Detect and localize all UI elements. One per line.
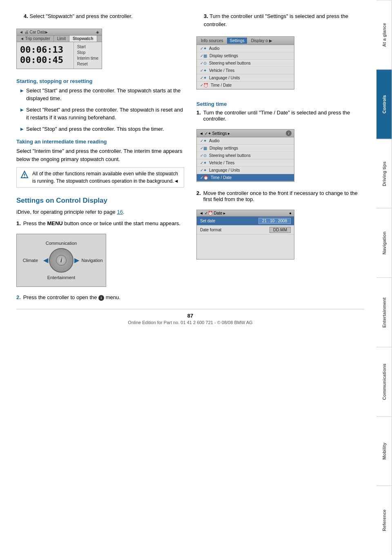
idrive-menu-screen: Communication Climate ◀ i [16,234,106,287]
bullet-stop: ▶ Select "Stop" and press the controller… [20,125,184,133]
sw-menu-start[interactable]: Start [77,45,98,49]
settings-item-display: ✓▦ Display settings [197,145,294,152]
step1-right-block: 1. Turn the controller until "Time / Dat… [196,110,364,122]
sidebar-tab-driving-tips[interactable]: Driving tips [376,139,392,208]
idrive-body: Communication Climate ◀ i [17,234,106,286]
date-screen-wrap: ◄ ✓⏰ Date ▸ ● Set date 21 . 10 . 2008 Da… [196,206,294,263]
idrive-center: ◀ i ▶ [49,248,74,273]
idrive-left-arrow: ◀ [43,256,48,264]
info-item-language: ✓✦ Language / Units [197,74,294,82]
stopwatch-time1: 00:06:13 [20,45,70,55]
settings-item-steering: ✓⊙ Steering wheel buttons [197,152,294,159]
starting-heading: Starting, stopping or resetting [16,78,184,84]
date-screen-empty [197,235,294,259]
idrive-page-link[interactable]: 16 [117,209,122,215]
info-screen-wrap: Info sources Settings Display o ▶ ✓✦ Aud… [196,33,294,93]
page-footer: 87 Online Edition for Part no. 01 41 2 6… [16,309,364,325]
sw-menu-interim[interactable]: Interim time [77,56,98,60]
sw-tab-limit[interactable]: Limit [54,36,69,42]
display-check-icon: ✓▦ [200,54,207,58]
time-check-icon: ✓⏰ [200,83,208,87]
step4-block: 4. Select "Stopwatch" and press the cont… [16,12,184,20]
two-column-layout: 4. Select "Stopwatch" and press the cont… [16,12,364,301]
step2-block: 2. Press the controller to open the i me… [16,294,184,301]
date-format-label: Date format [200,228,270,232]
settings-item-language: ✓✦ Language / Units [197,167,294,174]
stopwatch-tabs: ◄ Trip computer Limit Stopwatch [17,36,102,42]
triangle-icon-2: ▶ [20,107,24,113]
stopwatch-body: 00:06:13 00:00:45 Start Stop Interim tim… [17,42,102,69]
idrive-label-communication: Communication [44,238,78,248]
info-header: Info sources Settings Display o ▶ [197,37,294,45]
step2-right-block: 2. Move the controller once to the front… [196,190,364,202]
info-item-steering: ✓⊙ Steering wheel buttons [197,60,294,67]
sw-menu-stop[interactable]: Stop [77,50,98,55]
date-set-value: 21 . 10 . 2008 [258,218,291,224]
i-menu-icon: i [98,295,104,301]
note-box: All of the other functions remain availa… [16,167,184,188]
settings-item-vehicle: ✓✦ Vehicle / Tires [197,159,294,167]
settings-body: ✓✦ Audio ✓▦ Display settings ✓⊙ Steering… [197,137,294,181]
info-item-audio: ✓✦ Audio [197,45,294,52]
info-tab-display[interactable]: Display o ▶ [249,38,275,44]
step2-right-number: 2. [196,190,201,196]
step2-text: Press the controller to open the i menu. [23,294,120,301]
info-screen: Info sources Settings Display o ▶ ✓✦ Aud… [196,36,294,90]
date-header: ◄ ✓⏰ Date ▸ ● [197,210,294,217]
s-steering-icon: ✓⊙ [200,153,207,158]
sidebar-tab-mobility[interactable]: Mobility [376,416,392,486]
svg-point-2 [24,177,25,177]
date-screen: ◄ ✓⏰ Date ▸ ● Set date 21 . 10 . 2008 Da… [196,210,294,260]
s-language-icon: ✓✦ [200,168,207,172]
info-tab-sources[interactable]: Info sources [198,38,225,44]
left-column: 4. Select "Stopwatch" and press the cont… [16,12,184,301]
sidebar-tab-navigation[interactable]: Navigation [376,208,392,278]
right-column: 3. Turn the controller until "Settings" … [196,12,364,301]
sw-tab-trip[interactable]: ◄ Trip computer [17,36,54,42]
step3-number: 3. [204,13,208,19]
idrive-screen-wrap: Communication Climate ◀ i [16,231,106,290]
s-audio-icon: ✓✦ [200,139,207,143]
step1-right-number: 1. [196,110,201,116]
sw-tab-stopwatch[interactable]: Stopwatch [69,36,97,42]
sidebar-tab-controls[interactable]: Controls [376,69,392,139]
info-item-display: ✓▦ Display settings [197,52,294,60]
info-body: ✓✦ Audio ✓▦ Display settings ✓⊙ Steering… [197,45,294,89]
interim-heading: Taking an intermediate time reading [16,139,184,145]
settings-item-time[interactable]: ✓⏰ Time / Date [197,174,294,181]
idrive-right-arrow: ▶ [74,256,79,264]
bullet-start: ▶ Select "Start" and press the controlle… [20,87,184,103]
sidebar-tab-communications[interactable]: Communications [376,347,392,416]
interim-text: Select "Interim time" and press the cont… [16,147,184,163]
idrive-label-navigation: Navigation [80,255,105,265]
note-triangle-icon [20,170,29,179]
stopwatch-times: 00:06:13 00:00:45 [17,42,74,69]
triangle-icon-1: ▶ [20,87,24,94]
date-row-format[interactable]: Date format DD.MM [197,226,294,235]
step1-text: Press the MENU button once or twice unti… [23,220,180,226]
idrive-wheel[interactable]: i [49,248,74,273]
step2-number: 2. [16,294,21,300]
date-row-set[interactable]: Set date 21 . 10 . 2008 [197,217,294,226]
info-tab-settings[interactable]: Settings [227,38,247,44]
bullet-start-text: Select "Start" and press the controller.… [26,87,184,103]
setting-time-heading: Setting time [196,101,364,107]
sw-header-right: ◈ [96,30,99,34]
stopwatch-screen-wrap: ◄ 🖨 Car Data▸ ◈ ◄ Trip computer Limit St… [16,25,102,72]
sw-menu-reset[interactable]: Reset [77,62,98,66]
sidebar: At a glance Controls Driving tips Naviga… [376,0,392,555]
page-number: 87 [16,313,364,319]
sidebar-tab-reference[interactable]: Reference [376,486,392,555]
info-item-time: ✓⏰ Time / Date [197,82,294,89]
step1-block: 1. Press the MENU button once or twice u… [16,220,184,226]
sidebar-tab-at-a-glance[interactable]: At a glance [376,0,392,69]
s-vehicle-icon: ✓✦ [200,161,207,165]
language-check-icon: ✓✦ [200,76,207,80]
bullet-reset-text: Select "Reset" and press the controller.… [26,106,184,122]
sidebar-tab-entertainment[interactable]: Entertainment [376,278,392,347]
step4-number: 4. [24,13,28,19]
settings-header: ◄ ✓✦ Settings ▸ i [197,130,294,137]
idrive-wheel-inner: i [56,255,67,266]
steering-check-icon: ✓⊙ [200,61,207,65]
triangle-icon-3: ▶ [20,126,24,132]
